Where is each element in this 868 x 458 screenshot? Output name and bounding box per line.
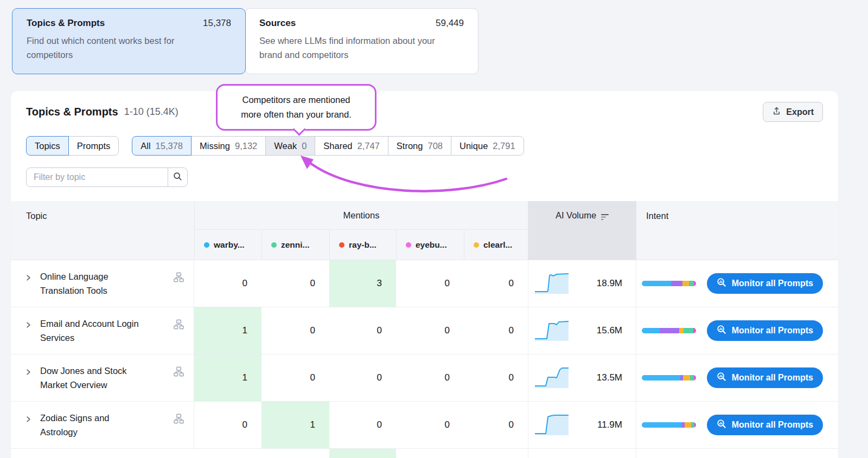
column-header-competitor-5[interactable]: clearl... (464, 230, 528, 260)
topic-name[interactable]: Online Language Translation Tools (40, 269, 148, 298)
topic-name[interactable]: Zodiac Signs and Astrology (40, 411, 148, 439)
intent-cell: Monitor all Prompts (636, 402, 838, 448)
intent-bar (642, 281, 696, 286)
mention-cell: 0 (329, 307, 396, 354)
view-toggle: Topics Prompts (26, 136, 119, 156)
monitor-magnifier-icon (717, 278, 726, 289)
intent-bar (642, 328, 696, 333)
filter-chip-all[interactable]: All15,378 (132, 136, 192, 156)
panel-title: Topics & Prompts (26, 106, 118, 118)
column-header-competitor-1[interactable]: warby... (194, 230, 261, 260)
intent-cell: Monitor all Prompts (636, 354, 838, 401)
export-button[interactable]: Export (763, 102, 823, 122)
column-header-ai-volume[interactable]: AI Volume (528, 201, 636, 260)
mention-cell: 0 (329, 402, 396, 448)
mention-cell: 1 (194, 354, 261, 401)
topic-name[interactable]: Dow Jones and Stock Market Overview (40, 364, 148, 392)
monitor-button-label: Monitor all Prompts (732, 326, 813, 336)
ai-volume-sparkline (535, 412, 571, 437)
subtopics-icon[interactable] (174, 272, 184, 285)
filter-chip-strong[interactable]: Strong708 (388, 136, 451, 156)
table-body: Online Language Translation Tools 0 0 3 … (11, 260, 838, 449)
toggle-prompts[interactable]: Prompts (68, 136, 119, 156)
subtopics-icon[interactable] (174, 319, 184, 332)
export-icon (772, 106, 781, 118)
table-row: Dow Jones and Stock Market Overview 1 0 … (11, 354, 838, 402)
mention-cell: 0 (464, 307, 528, 354)
mention-cell: 0 (396, 354, 464, 401)
monitor-magnifier-icon (717, 325, 726, 337)
filter-chip-unique[interactable]: Unique2,791 (451, 136, 524, 156)
topics-table: Topic Mentions warby... zenni... ray-b..… (11, 201, 838, 458)
filter-chip-shared[interactable]: Shared2,747 (315, 136, 388, 156)
mention-cell: 0 (464, 354, 528, 401)
tab-card-topics-prompts[interactable]: Topics & Prompts 15,378 Find out which c… (12, 8, 246, 74)
monitor-magnifier-icon (717, 372, 726, 384)
topic-cell: Online Language Translation Tools (11, 260, 194, 307)
search-button[interactable] (168, 167, 188, 187)
filter-chip-weak[interactable]: Weak0 (265, 136, 315, 156)
column-header-topic: Topic (11, 201, 194, 260)
mention-cell: 3 (329, 260, 396, 307)
mention-cell: 0 (194, 402, 261, 448)
ai-volume-cell: 13.5M (528, 354, 636, 401)
toggle-topics[interactable]: Topics (26, 136, 69, 156)
column-header-competitor-4[interactable]: eyebu... (396, 230, 464, 260)
competitor-dot (271, 242, 277, 248)
sort-descending-icon (601, 212, 609, 223)
mention-cell: 0 (261, 260, 329, 307)
topic-name[interactable]: Email and Account Login Services (40, 317, 148, 345)
filter-by-topic-input[interactable] (26, 167, 168, 187)
partial-row-volume-cell (528, 449, 636, 458)
mention-cell: 1 (261, 402, 329, 448)
mention-cell: 0 (396, 402, 464, 448)
topic-cell: Dow Jones and Stock Market Overview (11, 354, 194, 401)
table-row: Zodiac Signs and Astrology 0 1 0 0 0 11.… (11, 402, 838, 449)
monitor-all-prompts-button[interactable]: Monitor all Prompts (707, 367, 823, 388)
monitor-magnifier-icon (717, 419, 726, 431)
topic-cell: Email and Account Login Services (11, 307, 194, 354)
tab-count: 15,378 (203, 18, 231, 29)
monitor-all-prompts-button[interactable]: Monitor all Prompts (707, 320, 823, 341)
tab-card-sources[interactable]: Sources 59,449 See where LLMs find infor… (245, 8, 478, 74)
column-header-competitor-3[interactable]: ray-b... (329, 230, 396, 260)
ai-volume-value: 15.6M (571, 325, 622, 336)
expand-chevron-icon[interactable] (25, 321, 32, 331)
tab-description: See where LLMs find information about yo… (259, 34, 444, 62)
subtopics-icon[interactable] (174, 414, 184, 426)
partial-row-highlight-cell (329, 449, 396, 458)
monitor-all-prompts-button[interactable]: Monitor all Prompts (707, 273, 823, 294)
filter-chip-missing[interactable]: Missing9,132 (191, 136, 266, 156)
table-row-partial (11, 449, 838, 458)
column-header-competitor-2[interactable]: zenni... (261, 230, 329, 260)
ai-volume-sparkline (535, 271, 571, 296)
mention-cell: 0 (194, 260, 261, 307)
mention-cell: 0 (261, 307, 329, 354)
tab-count: 59,449 (436, 18, 464, 29)
mention-filter-chips: All15,378 Missing9,132 Weak0 Shared2,747… (132, 136, 524, 156)
expand-chevron-icon[interactable] (25, 274, 32, 283)
table-header: Topic Mentions warby... zenni... ray-b..… (11, 201, 838, 260)
column-header-intent: Intent (636, 201, 838, 260)
intent-cell: Monitor all Prompts (636, 307, 838, 354)
ai-volume-cell: 15.6M (528, 307, 636, 354)
panel-header: Topics & Prompts 1-10 (15.4K) Export (11, 91, 838, 122)
search-icon (173, 172, 182, 183)
monitor-all-prompts-button[interactable]: Monitor all Prompts (707, 415, 823, 435)
ai-volume-sparkline (535, 365, 571, 390)
topic-cell: Zodiac Signs and Astrology (11, 402, 194, 448)
subtopics-icon[interactable] (174, 366, 184, 379)
result-range: 1-10 (15.4K) (124, 106, 178, 118)
intent-bar (642, 375, 696, 380)
competitor-dot (339, 242, 344, 248)
mention-cell: 1 (194, 307, 261, 354)
tab-description: Find out which content works best for co… (27, 34, 211, 62)
ai-volume-value: 11.9M (571, 420, 622, 430)
monitor-button-label: Monitor all Prompts (732, 420, 813, 430)
tooltip-line-1: Competitors are mentioned (222, 93, 371, 107)
ai-volume-cell: 18.9M (528, 260, 636, 307)
tab-title: Topics & Prompts (27, 18, 105, 29)
export-label: Export (786, 107, 814, 117)
expand-chevron-icon[interactable] (25, 368, 32, 378)
expand-chevron-icon[interactable] (25, 415, 32, 425)
